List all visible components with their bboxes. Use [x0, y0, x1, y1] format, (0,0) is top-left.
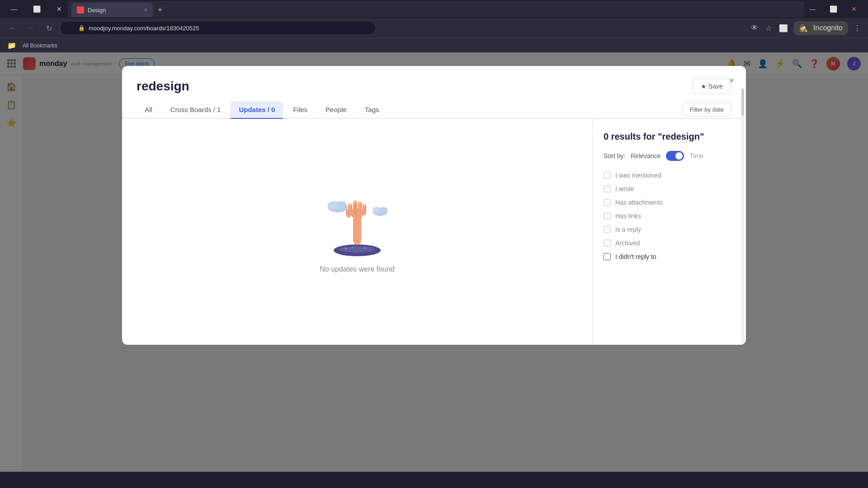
empty-state: No updates were found: [320, 190, 394, 273]
svg-point-11: [369, 249, 370, 250]
tab-favicon: [77, 6, 84, 14]
svg-point-2: [336, 201, 346, 208]
bookmarks-folder-icon: 📁: [7, 41, 16, 50]
svg-rect-19: [349, 204, 351, 206]
modal-header: redesign ★ Save: [122, 66, 746, 94]
tab-people-label: People: [326, 106, 347, 113]
cloud-right: [371, 204, 390, 218]
filter-reply-label: Is a reply: [615, 226, 641, 233]
browser-titlebar: — ⬜ ✕ Design × + — ⬜ ✕: [0, 0, 868, 18]
filter-links-label: Has links: [615, 212, 641, 220]
browser-toolbar: ← → ↻ 🔒 moodjoy.monday.com/boards/183042…: [0, 18, 868, 38]
maximize-button[interactable]: ⬜: [26, 2, 47, 16]
tab-updates-label: Updates / 0: [239, 106, 275, 113]
modal-main-content: No updates were found: [122, 119, 592, 345]
filter-no-reply-label: I didn't reply to: [615, 253, 656, 260]
results-summary: 0 results for "redesign": [604, 131, 735, 142]
new-tab-button[interactable]: +: [153, 3, 167, 17]
filter-wrote-checkbox[interactable]: [604, 185, 611, 192]
results-count: 0 results for: [604, 131, 658, 141]
app-background: monday work management See plans 🔔 ✉ 👤 ⚡…: [0, 52, 868, 472]
modal-tabs: All Cross Boards / 1 Updates / 0 Files P…: [122, 94, 746, 119]
modal-body: No updates were found 0 results for "red…: [122, 119, 746, 345]
search-query-title: redesign: [137, 79, 189, 94]
win-maximize[interactable]: ⬜: [823, 2, 844, 16]
filter-mentioned-checkbox[interactable]: [604, 172, 611, 179]
filter-option-attachments[interactable]: Has attachments: [604, 199, 735, 206]
scrollbar-track: [741, 119, 744, 343]
filter-panel: 0 results for "redesign" Sort by: Releva…: [592, 119, 746, 345]
tab-all[interactable]: All: [137, 101, 160, 118]
tab-tags-label: Tags: [365, 106, 379, 113]
search-modal: × redesign ★ Save All Cross Boards / 1 U…: [122, 66, 746, 345]
tab-files-label: Files: [293, 106, 307, 113]
results-query: "redesign": [658, 131, 704, 141]
tab-tags[interactable]: Tags: [357, 101, 387, 118]
empty-illustration: [321, 190, 393, 258]
win-minimize[interactable]: —: [802, 2, 823, 16]
minimize-button[interactable]: —: [4, 2, 24, 16]
refresh-button[interactable]: ↻: [42, 21, 56, 35]
tab-people[interactable]: People: [317, 101, 355, 118]
sort-row: Sort by: Relevance Time: [604, 151, 735, 161]
modal-backdrop: × redesign ★ Save All Cross Boards / 1 U…: [0, 52, 868, 472]
tab-close-button[interactable]: ×: [144, 7, 147, 13]
filter-option-links[interactable]: Has links: [604, 212, 735, 220]
svg-rect-21: [359, 202, 361, 205]
tab-updates[interactable]: Updates / 0: [231, 101, 283, 118]
sort-toggle[interactable]: [666, 151, 684, 161]
filter-option-reply[interactable]: Is a reply: [604, 226, 735, 233]
hand-arm: [346, 199, 368, 248]
url-text: moodjoy.monday.com/boards/1830420525: [89, 25, 199, 32]
forward-button[interactable]: →: [24, 21, 38, 35]
tab-title: Design: [88, 7, 106, 14]
filter-mentioned-label: I was mentioned: [615, 172, 661, 179]
filter-no-reply-checkbox[interactable]: [604, 253, 611, 260]
svg-rect-20: [354, 201, 356, 204]
back-button[interactable]: ←: [5, 21, 20, 35]
tab-cross-boards[interactable]: Cross Boards / 1: [162, 101, 229, 118]
all-bookmarks-link[interactable]: All Bookmarks: [20, 42, 60, 50]
sort-time-label: Time: [689, 152, 703, 160]
bookmarks-bar: 📁 All Bookmarks: [0, 38, 868, 52]
filter-wrote-label: I wrote: [615, 185, 634, 192]
incognito-label: Incognito: [811, 22, 844, 34]
incognito-icon: 🕵: [797, 22, 810, 34]
browser-tab[interactable]: Design ×: [71, 3, 153, 17]
win-close[interactable]: ✕: [844, 2, 864, 16]
browser-extras: 👁 ☆ ⬜ 🕵 Incognito ⋮: [749, 21, 863, 35]
filter-by-date-button[interactable]: Filter by date: [682, 103, 731, 117]
eye-slash-icon: 👁: [749, 22, 760, 34]
filter-reply-checkbox[interactable]: [604, 226, 611, 233]
filter-archived-label: Archived: [615, 239, 640, 247]
modal-close-button[interactable]: ×: [724, 73, 739, 88]
star-icon[interactable]: ☆: [764, 22, 774, 34]
tab-all-label: All: [145, 106, 152, 113]
profile-icon[interactable]: ⬜: [777, 22, 790, 34]
empty-state-text: No updates were found: [320, 265, 394, 273]
tab-files[interactable]: Files: [285, 101, 316, 118]
filter-option-archived[interactable]: Archived: [604, 239, 735, 247]
tab-cross-boards-label: Cross Boards / 1: [170, 106, 221, 113]
incognito-badge: 🕵 Incognito: [793, 21, 848, 35]
svg-point-5: [379, 207, 387, 212]
close-window-button[interactable]: ✕: [49, 2, 70, 16]
filter-option-mentioned[interactable]: I was mentioned: [604, 172, 735, 179]
security-lock-icon: 🔒: [78, 25, 85, 31]
filter-attachments-label: Has attachments: [615, 199, 663, 206]
filter-option-wrote[interactable]: I wrote: [604, 185, 735, 192]
svg-rect-22: [363, 205, 365, 207]
filter-links-checkbox[interactable]: [604, 212, 611, 220]
filter-archived-checkbox[interactable]: [604, 239, 611, 247]
filter-attachments-checkbox[interactable]: [604, 199, 611, 206]
filter-options-list: I was mentioned I wrote Has attachments: [604, 172, 735, 260]
sort-by-label: Sort by:: [604, 152, 625, 160]
sort-relevance-label: Relevance: [631, 152, 660, 160]
address-bar[interactable]: 🔒 moodjoy.monday.com/boards/1830420525: [60, 21, 376, 35]
more-options-icon[interactable]: ⋮: [852, 22, 863, 34]
filter-option-no-reply[interactable]: I didn't reply to: [604, 253, 735, 260]
window-controls: — ⬜ ✕: [4, 2, 70, 16]
